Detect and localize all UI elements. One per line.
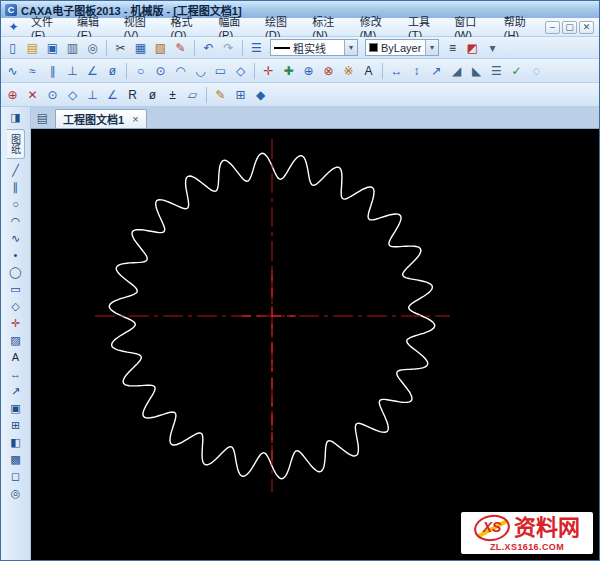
tolerance-icon[interactable]: ±	[163, 86, 182, 104]
watermark-logo-icon: XS	[474, 515, 510, 541]
draw-line-icon[interactable]: ╱	[4, 162, 28, 179]
center-mark-icon[interactable]: ⊙	[43, 86, 62, 104]
child-minimize-button[interactable]: –	[545, 21, 560, 34]
style-manager-icon[interactable]: ◆	[251, 86, 270, 104]
format-painter-icon[interactable]: ✎	[171, 39, 190, 57]
make-block-icon[interactable]: ▣	[4, 400, 28, 417]
gdt-frame-icon[interactable]: ◇	[63, 86, 82, 104]
main-area: ◨ 图纸 ╱∥○◠∿•◯▭◇✛▨A↔↗▣⊞◧▩◻◎ ▤ 工程图文档1 ×	[1, 107, 599, 560]
parallel-line-icon[interactable]: ∥	[43, 62, 62, 80]
options-list-icon[interactable]: ☰	[487, 62, 506, 80]
undo-icon[interactable]: ↶	[199, 39, 218, 57]
circle-times-icon[interactable]: ⊗	[319, 62, 338, 80]
left-toolbar: ◨ 图纸 ╱∥○◠∿•◯▭◇✛▨A↔↗▣⊞◧▩◻◎	[1, 107, 31, 560]
diameter-icon[interactable]: ø	[103, 62, 122, 80]
layer-icon[interactable]: ☰	[247, 39, 266, 57]
color-combo-value: ByLayer	[381, 42, 422, 54]
line-width-icon[interactable]: ≡	[443, 39, 462, 57]
confirm-icon[interactable]: ✓	[507, 62, 526, 80]
draw-centerline-icon[interactable]: ✛	[4, 315, 28, 332]
print-icon[interactable]: ▥	[63, 39, 82, 57]
datum-target-icon[interactable]: ⊕	[3, 86, 22, 104]
double-line-icon[interactable]: ≈	[23, 62, 42, 80]
wave-line-icon[interactable]: ∿	[3, 62, 22, 80]
sheet-panel-tab[interactable]: 图纸	[7, 129, 25, 159]
new-icon[interactable]: ▯	[3, 39, 22, 57]
array-icon[interactable]: ⊞	[4, 417, 28, 434]
fillet-icon[interactable]: ◣	[467, 62, 486, 80]
draw-arc-icon[interactable]: ◠	[4, 213, 28, 230]
dim-horizontal-icon[interactable]: ↔	[387, 62, 406, 80]
tab-close-icon[interactable]: ×	[132, 113, 138, 125]
dim-vertical-icon[interactable]: ↕	[407, 62, 426, 80]
color-combo-arrow-icon[interactable]: ▾	[425, 40, 438, 55]
perpendicular-icon[interactable]: ⊥	[63, 62, 82, 80]
app-window: C CAXA电子图板2013 - 机械版 - [工程图文档1] ✦ 文件(F)编…	[0, 0, 600, 561]
draw-circle-icon[interactable]: ○	[4, 196, 28, 213]
perpendicularity-icon[interactable]: ⊥	[83, 86, 102, 104]
line-style-combo-arrow-icon[interactable]: ▾	[344, 40, 357, 55]
mirror-icon[interactable]: ◧	[4, 434, 28, 451]
center-cross-icon[interactable]: ✛	[259, 62, 278, 80]
chamfer-icon[interactable]: ◢	[447, 62, 466, 80]
color-combo-swatch	[369, 43, 378, 52]
surface-finish-icon[interactable]: ▱	[183, 86, 202, 104]
copy-icon[interactable]: ▦	[131, 39, 150, 57]
toolbar-annotation: ⊕✕⊙◇⊥∠Rø±▱✎⊞◆	[1, 83, 599, 107]
open-icon[interactable]: ▤	[23, 39, 42, 57]
panel-toggle-icon[interactable]: ◨	[4, 109, 28, 126]
save-icon[interactable]: ▣	[43, 39, 62, 57]
draw-polygon-icon[interactable]: ◇	[4, 298, 28, 315]
erase-icon[interactable]: ◻	[4, 468, 28, 485]
plus-icon[interactable]: ✚	[279, 62, 298, 80]
doc-list-icon[interactable]: ▤	[33, 109, 52, 127]
arc-lower-icon[interactable]: ◡	[191, 62, 210, 80]
concentric-circle-icon[interactable]: ⊙	[151, 62, 170, 80]
fill-icon[interactable]: ▩	[4, 451, 28, 468]
angularity-icon[interactable]: ∠	[103, 86, 122, 104]
angle-line-icon[interactable]: ∠	[83, 62, 102, 80]
draw-text-icon[interactable]: A	[4, 349, 28, 366]
document-tab[interactable]: 工程图文档1 ×	[55, 109, 147, 128]
draw-parallel-icon[interactable]: ∥	[4, 179, 28, 196]
diamond-icon[interactable]: ◇	[231, 62, 250, 80]
draw-ellipse-icon[interactable]: ◯	[4, 264, 28, 281]
watermark-logo-text: XS	[474, 520, 510, 534]
child-restore-button[interactable]: ▢	[562, 21, 577, 34]
arc-upper-icon[interactable]: ◠	[171, 62, 190, 80]
paste-icon[interactable]: ▧	[151, 39, 170, 57]
zoom-icon[interactable]: ◎	[4, 485, 28, 502]
redo-icon[interactable]: ↷	[219, 39, 238, 57]
draw-dimension-icon[interactable]: ↔	[4, 366, 28, 383]
watermark-url: ZL.XS1616.COM	[465, 542, 589, 552]
grid-snap-icon[interactable]: ⊞	[231, 86, 250, 104]
edit-dim-icon[interactable]: ✎	[211, 86, 230, 104]
document-tab-bar: ▤ 工程图文档1 ×	[31, 107, 599, 129]
line-style-combo[interactable]: 粗实线▾	[270, 39, 358, 56]
more-colors-icon[interactable]: ▾	[483, 39, 502, 57]
circle-plus-icon[interactable]: ⊕	[299, 62, 318, 80]
draw-rectangle-icon[interactable]: ▭	[4, 281, 28, 298]
diameter-dim-icon[interactable]: ø	[143, 86, 162, 104]
menu-app-icon: ✦	[4, 18, 23, 36]
child-close-button[interactable]: ✕	[579, 21, 594, 34]
reference-icon[interactable]: ※	[339, 62, 358, 80]
print-preview-icon[interactable]: ◎	[83, 39, 102, 57]
drawing-area[interactable]: XS 资料网 ZL.XS1616.COM	[31, 129, 599, 560]
search-icon[interactable]: ◌	[527, 62, 546, 80]
leader-icon[interactable]: ↗	[427, 62, 446, 80]
toolbar-separator	[106, 40, 107, 56]
rectangle-icon[interactable]: ▭	[211, 62, 230, 80]
palette-icon[interactable]: ◩	[463, 39, 482, 57]
drawing-canvas[interactable]	[31, 129, 599, 560]
radius-dim-icon[interactable]: R	[123, 86, 142, 104]
text-icon[interactable]: A	[359, 62, 378, 80]
cut-icon[interactable]: ✂	[111, 39, 130, 57]
draw-hatch-icon[interactable]: ▨	[4, 332, 28, 349]
circle-icon[interactable]: ○	[131, 62, 150, 80]
delete-mark-icon[interactable]: ✕	[23, 86, 42, 104]
draw-spline-icon[interactable]: ∿	[4, 230, 28, 247]
draw-leader-icon[interactable]: ↗	[4, 383, 28, 400]
draw-point-icon[interactable]: •	[4, 247, 28, 264]
color-combo[interactable]: ByLayer▾	[365, 39, 439, 56]
